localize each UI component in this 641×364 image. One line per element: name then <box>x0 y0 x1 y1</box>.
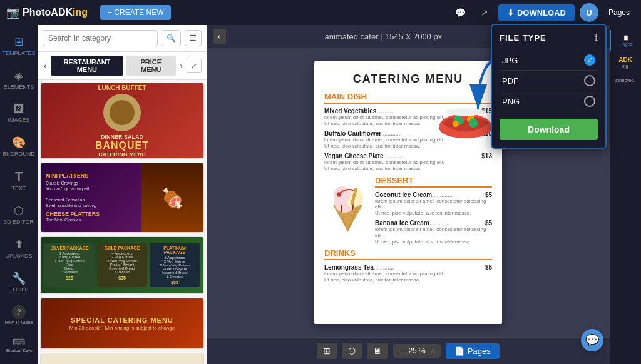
sidebar-item-label: TOOLS <box>9 286 28 293</box>
topbar-right: 💬 ↗ ⬇ DOWNLOAD U Pages <box>450 3 635 22</box>
background-icon: 🎨 <box>12 136 26 149</box>
template-preview-packages: SILVER PACKAGE 3 Appetizers2 Veg Entree1… <box>41 237 203 293</box>
sidebar-item-label: TEMPLATES <box>3 50 36 56</box>
tab-price-menu[interactable]: PRICE MENU <box>126 56 176 76</box>
menu-title: CATERING MENU <box>324 73 492 86</box>
pages-tab[interactable]: Pages <box>603 6 635 19</box>
filetype-jpg-option[interactable]: JPG ✓ <box>500 50 598 71</box>
filetype-png-option[interactable]: PNG <box>500 91 598 111</box>
sidebar-item-text[interactable]: T TEXT <box>0 164 38 196</box>
adking-badge: ADK ing <box>616 51 635 74</box>
sidebar-item-background[interactable]: 🎨 BKGROUND <box>0 131 38 162</box>
right-sidebar-pages[interactable]: 📋 Pages <box>610 30 641 51</box>
templates-icon: ⊞ <box>14 35 24 49</box>
download-dropdown: FILE TYPE ℹ JPG ✓ PDF PNG Download <box>491 25 607 149</box>
filetype-pdf-radio[interactable] <box>584 75 595 86</box>
chat-bubble-button[interactable]: 💬 <box>581 329 603 351</box>
template-card-catering[interactable]: MINI PLATTERS Classic CravingsYou can't … <box>40 163 204 233</box>
sidebar-item-tools[interactable]: 🔧 TOOLS <box>0 266 38 298</box>
filetype-png-radio[interactable] <box>584 96 595 107</box>
menu-item-vegan-cheese: Vegan Cheese Plate............. $13 lore… <box>324 153 492 171</box>
sidebar-item-label: IMAGES <box>8 117 29 123</box>
panel-search-bar: 🔍 ☰ <box>38 25 207 52</box>
dessert-title: DESSERT <box>375 176 492 188</box>
howto-guide[interactable]: ? How-To Guide <box>0 300 38 330</box>
sidebar-item-templates[interactable]: ⊞ TEMPLATES <box>0 30 38 61</box>
tools-icon: 🔧 <box>12 271 26 285</box>
sidebar-bottom: ? How-To Guide ⌨ Shortcut Keys <box>0 300 38 363</box>
menu-item-coconut: Coconut Ice Cream............. $5 lorem … <box>375 191 492 216</box>
filetype-jpg-radio[interactable]: ✓ <box>584 54 595 66</box>
zoom-out-button[interactable]: − <box>398 346 403 356</box>
shortcut-keys[interactable]: ⌨ Shortcut Keys <box>0 332 38 358</box>
sidebar-item-3deditor[interactable]: ⬡ 3D EDITOR <box>0 199 38 230</box>
sidebar-item-label: UPLOADS <box>5 253 32 259</box>
sidebar-item-label: ELEMENTS <box>4 84 34 90</box>
template-card-special[interactable]: SPECIAL CATERING MENU Min 20 people | Mi… <box>40 298 204 349</box>
pages-button[interactable]: 📄 Pages <box>446 343 500 359</box>
3deditor-icon: ⬡ <box>14 204 24 218</box>
zoom-controls: − 25 % + <box>393 344 440 358</box>
images-icon: 🖼 <box>13 103 24 116</box>
right-sidebar: 📋 Pages ADK ing selected. <box>610 25 641 364</box>
expand-panel-button[interactable]: ⤢ <box>187 59 202 73</box>
comment-icon-btn[interactable]: 💬 <box>450 5 471 20</box>
create-new-button[interactable]: + CREATE NEW <box>100 5 171 20</box>
elements-icon: ◈ <box>14 69 23 83</box>
panel-next-button[interactable]: › <box>178 59 184 72</box>
template-card-ecole[interactable]: Ècole Menu Lundi Mardi Mercredi Jeudi Ve… <box>40 353 204 364</box>
canvas-title: animated cater | 1545 X 2000 px <box>231 32 536 41</box>
filetype-pdf-option[interactable]: PDF <box>500 71 598 91</box>
filetype-png-label: PNG <box>502 97 520 106</box>
share-icon-btn[interactable]: ↗ <box>476 5 493 20</box>
drinks-title: DRINKS <box>324 248 492 260</box>
drinks-section: DRINKS Lemongrass Tea............. $5 lo… <box>324 248 492 283</box>
menu-item-banana: Banana Ice Cream............. $5 lorem i… <box>375 220 492 245</box>
pages-sidebar-icon: 📋 <box>623 35 629 41</box>
tab-restaurant-menu[interactable]: RESTAURANT MENU <box>51 56 123 76</box>
template-preview-catering: MINI PLATTERS Classic CravingsYou can't … <box>41 163 203 232</box>
template-card-packages[interactable]: SILVER PACKAGE 3 Appetizers2 Veg Entree1… <box>40 236 204 294</box>
check-icon: ✓ <box>587 56 593 64</box>
sidebar-item-images[interactable]: 🖼 IMAGES <box>0 98 38 128</box>
help-icon: ? <box>12 305 26 319</box>
topbar: 📷 PhotoADKing + CREATE NEW 💬 ↗ ⬇ DOWNLOA… <box>0 0 641 25</box>
download-button[interactable]: ⬇ DOWNLOAD <box>498 4 575 21</box>
sidebar-item-label: 3D EDITOR <box>4 219 34 225</box>
canvas-prev-button[interactable]: ‹ <box>213 29 226 44</box>
selected-label: selected. <box>612 74 639 88</box>
pages-icon: 📄 <box>454 346 464 356</box>
template-preview-banquet: LUNCH BUFFET DINNER SALAD BANQUET CATERI… <box>41 83 203 158</box>
dropdown-download-button[interactable]: Download <box>500 119 598 140</box>
filetype-pdf-label: PDF <box>502 76 518 86</box>
svg-point-5 <box>453 121 459 128</box>
canvas-bottom-toolbar: ⊞ ⬡ 🖥 − 25 % + 📄 Pages <box>207 337 610 364</box>
app-logo: 📷 PhotoADKing <box>6 6 88 19</box>
logo-text: PhotoADKing <box>23 7 88 18</box>
templates-panel: 🔍 ☰ ‹ RESTAURANT MENU PRICE MENU › ⤢ LUN… <box>38 25 207 364</box>
sidebar-item-uploads[interactable]: ⬆ UPLOADS <box>0 233 38 264</box>
sidebar-item-label: TEXT <box>11 185 26 191</box>
dropdown-title: FILE TYPE <box>500 33 546 43</box>
search-input[interactable] <box>43 30 158 46</box>
sidebar-item-elements[interactable]: ◈ ELEMENTS <box>0 64 38 95</box>
sidebar-item-label: BKGROUND <box>3 151 35 157</box>
zoom-in-button[interactable]: + <box>431 346 436 356</box>
shape-tool-button[interactable]: ⬡ <box>342 343 362 359</box>
user-avatar[interactable]: U <box>580 3 598 22</box>
templates-grid: LUNCH BUFFET DINNER SALAD BANQUET CATERI… <box>38 80 207 364</box>
icecream-image <box>324 176 371 235</box>
left-sidebar: ⊞ TEMPLATES ◈ ELEMENTS 🖼 IMAGES 🎨 BKGROU… <box>0 25 38 364</box>
uploads-icon: ⬆ <box>14 238 24 251</box>
filetype-jpg-label: JPG <box>502 56 518 65</box>
monitor-button[interactable]: 🖥 <box>367 343 388 359</box>
panel-prev-button[interactable]: ‹ <box>43 59 48 72</box>
svg-point-13 <box>337 192 342 197</box>
windows-view-button[interactable]: ⊞ <box>317 343 337 359</box>
template-card-banquet[interactable]: LUNCH BUFFET DINNER SALAD BANQUET CATERI… <box>40 83 204 159</box>
template-preview-ecole: Ècole Menu Lundi Mardi Mercredi Jeudi Ve… <box>41 353 203 364</box>
search-button[interactable]: 🔍 <box>162 30 181 46</box>
grid-toggle-button[interactable]: ☰ <box>185 30 202 46</box>
info-icon[interactable]: ℹ <box>595 33 598 43</box>
zoom-level: 25 % <box>406 346 428 355</box>
